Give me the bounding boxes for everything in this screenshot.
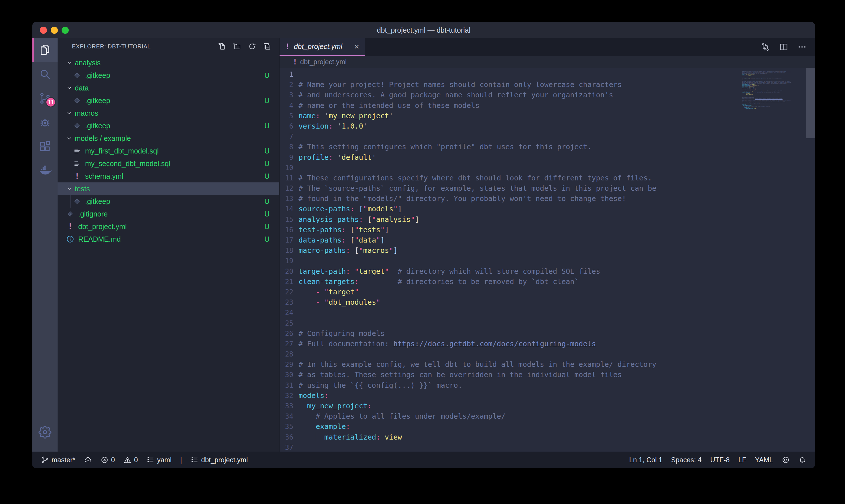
chevron-down-icon <box>65 58 74 67</box>
code-line-text: # as tables. These settings can be overr… <box>299 370 740 380</box>
line-number: 5 <box>280 111 293 121</box>
code-token: data-paths <box>299 236 342 244</box>
code-token <box>320 112 324 120</box>
code-token: ] <box>758 85 758 86</box>
code-token: profile <box>299 153 328 162</box>
new-file-button[interactable] <box>217 41 227 51</box>
code-line-text: # Applies to all files under models/exam… <box>299 411 740 421</box>
activity-item-search[interactable] <box>32 62 58 86</box>
git-untracked-badge: U <box>264 96 270 105</box>
tree-file-my-second-dbt-model-sql[interactable]: my_second_dbt_model.sqlU <box>58 157 279 170</box>
git-file-icon <box>66 209 75 218</box>
code-token: " <box>376 236 380 244</box>
status-eol-label: LF <box>738 456 746 464</box>
code-token: # as tables. These settings can be overr… <box>299 371 622 379</box>
tree-folder-tests[interactable]: tests <box>58 182 279 195</box>
docker-icon <box>38 164 52 177</box>
code-token: ] <box>398 205 402 213</box>
explorer-header: EXPLORER: DBT-TUTORIAL <box>58 38 279 55</box>
breadcrumb-item[interactable]: dbt_project.yml <box>300 58 347 66</box>
status-notifications[interactable] <box>798 456 806 464</box>
code-token: default <box>342 153 372 162</box>
tree-folder-data[interactable]: data <box>58 82 279 94</box>
code-line-37: 37 <box>741 109 805 110</box>
status-git-branch-status[interactable]: master* <box>41 456 75 464</box>
status-language-mode[interactable]: YAML <box>755 456 773 464</box>
title-bar[interactable]: dbt_project.yml — dbt-tutorial <box>32 22 815 38</box>
line-number: 32 <box>280 391 293 401</box>
tab-dbt-project-yml[interactable]: ! dbt_project.yml × <box>280 38 365 56</box>
more-actions-button[interactable] <box>796 41 808 52</box>
status-linter-file[interactable]: dbt_project.yml <box>191 456 248 464</box>
code-token: : <box>324 392 328 400</box>
code-editor[interactable]: 12# Name your project! Project names sho… <box>280 69 740 452</box>
status-eol[interactable]: LF <box>738 456 746 464</box>
minimap[interactable]: 12# Name your project! Project names sho… <box>741 70 805 110</box>
split-editor-button[interactable] <box>778 41 789 52</box>
code-line-8: 8# This setting configures which "profil… <box>280 142 740 152</box>
line-number: 35 <box>280 421 293 432</box>
code-line-33: 33 my_new_project: <box>280 401 740 411</box>
activity-item-explorer[interactable] <box>32 38 58 62</box>
code-token: dbt_modules <box>746 94 753 95</box>
yaml-file-icon: ! <box>285 42 290 51</box>
code-token: target-path <box>299 267 346 275</box>
code-token: ] <box>415 215 419 224</box>
code-line-text: source-paths: ["models"] <box>299 204 740 214</box>
new-folder-button[interactable] <box>232 41 242 51</box>
status-indentation[interactable]: Spaces: 4 <box>671 456 702 464</box>
tree-file-readme-md[interactable]: README.mdU <box>58 233 279 246</box>
tree-item-label: models / example <box>75 134 270 143</box>
code-token: # Full documentation: <box>299 340 393 348</box>
code-line-25: 25 <box>280 318 740 328</box>
code-token: # directories to be removed by `dbt clea… <box>756 92 780 93</box>
scrollbar-thumb[interactable] <box>806 68 815 138</box>
close-tab-icon[interactable]: × <box>354 42 359 51</box>
tree-folder-models-example[interactable]: models / example <box>58 132 279 145</box>
open-changes-button[interactable] <box>760 41 771 52</box>
git-file-icon <box>72 96 82 105</box>
yaml-file-icon: ! <box>72 172 82 181</box>
status-cursor-position[interactable]: Ln 1, Col 1 <box>629 456 663 464</box>
tree-file--gitkeep[interactable]: .gitkeepU <box>58 195 279 208</box>
tree-file--gitignore[interactable]: .gitignoreU <box>58 208 279 220</box>
status-encoding[interactable]: UTF-8 <box>710 456 730 464</box>
collapse-folders-button[interactable] <box>262 41 272 51</box>
activity-item-debug[interactable] <box>32 110 58 134</box>
code-token: " <box>355 267 359 275</box>
code-line-text: # and underscores. A good package name s… <box>299 90 740 100</box>
status-git-branch-status-label: master* <box>52 456 75 464</box>
docs-link[interactable]: https://docs.getdbt.com/docs/configuring… <box>393 340 596 348</box>
code-token: " <box>359 246 363 255</box>
activity-item-extensions[interactable] <box>32 134 58 158</box>
code-token: target <box>359 267 385 275</box>
status-publish-changes[interactable] <box>84 456 92 464</box>
status-linter-yaml[interactable]: yaml <box>146 456 172 464</box>
tree-file-my-first-dbt-model-sql[interactable]: my_first_dbt_model.sqlU <box>58 145 279 157</box>
refresh-explorer-button[interactable] <box>247 41 257 51</box>
tree-folder-macros[interactable]: macros <box>58 107 279 120</box>
status-error-count[interactable]: 0 <box>101 456 115 464</box>
code-token: ] <box>385 226 389 234</box>
code-token: " <box>385 267 389 275</box>
line-number: 17 <box>280 235 293 246</box>
activity-item-source-control[interactable]: 11 <box>32 86 58 110</box>
activity-item-docker[interactable] <box>32 158 58 182</box>
status-feedback[interactable] <box>782 456 790 464</box>
tree-file--gitkeep[interactable]: .gitkeepU <box>58 120 279 132</box>
activity-item-settings[interactable] <box>32 420 58 444</box>
code-line-30: 30# as tables. These settings can be ove… <box>280 370 740 380</box>
tree-file-dbt-project-yml[interactable]: !dbt_project.ymlU <box>58 220 279 233</box>
warning-icon <box>124 456 131 464</box>
status-warning-count[interactable]: 0 <box>124 456 138 464</box>
code-line-32: 32models: <box>280 391 740 401</box>
tree-file--gitkeep[interactable]: .gitkeepU <box>58 69 279 82</box>
tree-folder-analysis[interactable]: analysis <box>58 56 279 69</box>
breadcrumb[interactable]: ! dbt_project.yml <box>280 56 815 68</box>
tree-file-schema-yml[interactable]: !schema.ymlU <box>58 170 279 182</box>
line-number: 11 <box>280 173 293 183</box>
tree-file--gitkeep[interactable]: .gitkeepU <box>58 94 279 107</box>
code-token: " <box>380 226 385 234</box>
window-title: dbt_project.yml — dbt-tutorial <box>32 26 815 34</box>
line-number: 18 <box>280 246 293 256</box>
